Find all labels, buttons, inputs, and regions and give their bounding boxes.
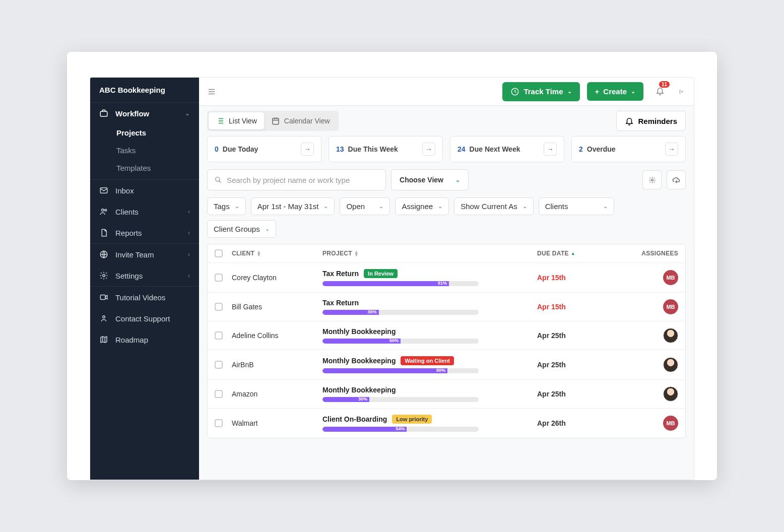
sidebar-item-invite[interactable]: Invite Team ‹ <box>90 244 199 265</box>
client-name: Amazon <box>232 390 257 398</box>
project-cell: Monthly Bookkeeping 30% <box>322 386 537 402</box>
table-row[interactable]: Bill Gates Tax Return 36% Apr 15th MB <box>208 293 685 321</box>
chevron-left-icon: ‹ <box>188 272 190 279</box>
col-assignees: ASSIGNEES <box>628 250 678 257</box>
assignee-avatar[interactable]: MB <box>663 299 678 314</box>
list-icon <box>216 116 225 125</box>
choose-view-dropdown[interactable]: Choose View ⌄ <box>391 169 469 190</box>
create-button[interactable]: + Create ⌄ <box>587 82 643 101</box>
project-cell: Monthly Bookkeeping Waiting on Client 80… <box>322 356 537 373</box>
row-checkbox[interactable] <box>215 361 223 369</box>
col-client[interactable]: CLIENT▲▼ <box>232 250 322 257</box>
sidebar-item-inbox[interactable]: Inbox <box>90 180 199 201</box>
chevron-down-icon: ⌄ <box>379 203 383 210</box>
filter-status[interactable]: Open⌄ <box>340 197 390 215</box>
sidebar-item-support[interactable]: Contact Support <box>90 308 199 329</box>
arrow-right-icon[interactable]: → <box>301 143 314 156</box>
status-tag: In Review <box>364 269 398 278</box>
project-title: Monthly Bookkeeping <box>322 357 396 365</box>
row-checkbox[interactable] <box>215 274 223 282</box>
button-label: Reminders <box>638 117 677 125</box>
svg-point-11 <box>651 179 653 181</box>
project-cell: Client On-Boarding Low priority 54% <box>322 415 537 432</box>
project-title: Tax Return <box>322 270 359 278</box>
table-header: CLIENT▲▼ PROJECT▲▼ DUE DATE▲ ASSIGNEES <box>208 244 685 263</box>
select-all-checkbox[interactable] <box>215 249 223 257</box>
sidebar-item-settings[interactable]: Settings ‹ <box>90 265 199 286</box>
assignee-avatar[interactable]: MB <box>663 270 678 285</box>
stat-card[interactable]: 0 Due Today → <box>207 136 321 162</box>
arrow-right-icon[interactable]: → <box>544 143 557 156</box>
stat-count: 0 <box>215 145 219 153</box>
map-icon <box>99 335 108 344</box>
stat-card[interactable]: 24 Due Next Week → <box>450 136 564 162</box>
table-row[interactable]: Walmart Client On-Boarding Low priority … <box>208 409 685 438</box>
row-checkbox[interactable] <box>215 331 223 340</box>
sidebar: ABC Bookkeeping Workflow ⌄ Projects Task… <box>90 78 199 480</box>
searchbar: Choose View ⌄ <box>199 169 694 197</box>
arrow-right-icon[interactable]: → <box>665 143 678 156</box>
progress-bar: 50% <box>322 339 479 344</box>
project-title: Monthly Bookkeeping <box>322 386 396 394</box>
sidebar-item-clients[interactable]: Clients ‹ <box>90 201 199 222</box>
sidebar-item-workflow[interactable]: Workflow ⌄ <box>90 103 199 124</box>
filter-client-groups[interactable]: Client Groups⌄ <box>207 220 276 238</box>
search-input[interactable] <box>227 176 378 184</box>
chevron-left-icon: ‹ <box>188 229 190 236</box>
sidebar-subitem-templates[interactable]: Templates <box>90 159 199 179</box>
list-view-button[interactable]: List View <box>209 112 264 129</box>
envelope-icon <box>99 186 108 195</box>
track-time-button[interactable]: Track Time ⌄ <box>502 82 579 101</box>
filter-bar: Tags⌄ Apr 1st - May 31st⌄ Open⌄ Assignee… <box>199 197 694 244</box>
filter-show-current[interactable]: Show Current As⌄ <box>454 197 534 215</box>
reminders-button[interactable]: Reminders <box>616 111 686 131</box>
users-icon <box>99 207 108 216</box>
due-date: Apr 25th <box>537 331 566 340</box>
progress-label: 81% <box>438 281 447 286</box>
table-row[interactable]: Corey Clayton Tax Return In Review 81% A… <box>208 263 685 293</box>
svg-rect-0 <box>100 111 107 116</box>
stat-card[interactable]: 13 Due This Week → <box>329 136 443 162</box>
progress-label: 54% <box>396 427 405 431</box>
stat-card[interactable]: 2 Overdue → <box>571 136 686 162</box>
col-due[interactable]: DUE DATE▲ <box>537 250 628 257</box>
filter-tags[interactable]: Tags⌄ <box>207 197 246 215</box>
settings-icon-button[interactable] <box>642 170 662 189</box>
sidebar-subitem-tasks[interactable]: Tasks <box>90 142 199 159</box>
filter-daterange[interactable]: Apr 1st - May 31st⌄ <box>251 197 335 215</box>
document-icon <box>99 228 108 237</box>
sidebar-item-tutorial[interactable]: Tutorial Videos <box>90 287 199 308</box>
arrow-right-icon[interactable]: → <box>422 143 435 156</box>
logout-icon[interactable] <box>677 87 686 96</box>
row-checkbox[interactable] <box>215 419 223 427</box>
table-row[interactable]: Adeline Collins Monthly Bookkeeping 50% … <box>208 321 685 350</box>
filter-clients[interactable]: Clients⌄ <box>539 197 614 215</box>
progress-fill: 54% <box>322 427 407 432</box>
col-project[interactable]: PROJECT▲▼ <box>322 250 537 257</box>
assignee-avatar[interactable] <box>663 328 678 343</box>
cloud-download-button[interactable] <box>667 170 686 189</box>
progress-bar: 36% <box>322 310 479 315</box>
table-row[interactable]: Amazon Monthly Bookkeeping 30% Apr 25th <box>208 380 685 409</box>
filter-assignee[interactable]: Assignee⌄ <box>395 197 449 215</box>
row-checkbox[interactable] <box>215 303 223 311</box>
assignee-avatar[interactable]: MB <box>663 416 678 431</box>
video-icon <box>99 293 108 302</box>
stat-label: Due Next Week <box>470 145 520 153</box>
table-row[interactable]: AirBnB Monthly Bookkeeping Waiting on Cl… <box>208 350 685 380</box>
client-name: Bill Gates <box>232 303 262 311</box>
row-checkbox[interactable] <box>215 390 223 398</box>
sidebar-item-roadmap[interactable]: Roadmap <box>90 329 199 350</box>
calendar-view-button[interactable]: Calendar View <box>264 112 337 129</box>
menu-icon[interactable] <box>207 87 216 96</box>
sidebar-item-reports[interactable]: Reports ‹ <box>90 222 199 243</box>
view-label: List View <box>229 117 257 125</box>
chevron-left-icon: ‹ <box>188 251 190 258</box>
assignee-avatar[interactable] <box>663 386 678 402</box>
notifications-button[interactable]: 11 <box>654 84 667 99</box>
progress-fill: 50% <box>322 339 401 344</box>
sidebar-subitem-projects[interactable]: Projects <box>90 124 199 142</box>
sidebar-label: Inbox <box>115 186 134 195</box>
progress-label: 80% <box>436 368 445 373</box>
assignee-avatar[interactable] <box>663 357 678 372</box>
